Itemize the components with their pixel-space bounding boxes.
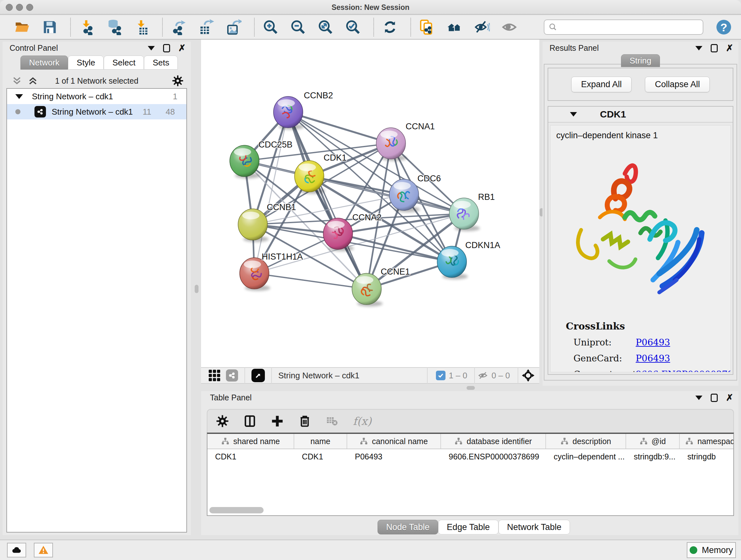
tab-edge-table[interactable]: Edge Table <box>438 520 498 535</box>
column-header--id[interactable]: @id <box>626 434 680 449</box>
results-buttons-row: Expand All Collapse All <box>548 68 733 101</box>
panel-menu-icon[interactable] <box>695 46 702 51</box>
import-network-from-database-button[interactable] <box>105 18 123 36</box>
network-node-HIST1H1A[interactable] <box>240 258 270 291</box>
crosslink-row: Compartments:9606.ENSP00000378699 <box>566 369 731 372</box>
network-canvas[interactable]: CCNB2CCNA1CDC25BCDK1CDC6RB1CCNB1CCNA2CDK… <box>201 40 539 367</box>
toolbar-separator <box>254 18 255 37</box>
cloud-status-button[interactable] <box>7 543 26 557</box>
network-node-CCNA2[interactable] <box>323 218 354 251</box>
birds-eye-toggle-icon[interactable] <box>522 369 535 382</box>
column-header-canonical-name[interactable]: canonical name <box>347 434 441 449</box>
bottom-splitter-handle[interactable] <box>467 386 475 390</box>
help-button[interactable]: ? <box>716 19 732 36</box>
close-panel-icon[interactable]: ✗ <box>726 44 733 52</box>
horizontal-scrollbar-thumb[interactable] <box>209 507 264 513</box>
network-node-CCNE1[interactable] <box>352 273 383 307</box>
node-label-CCNB2: CCNB2 <box>304 91 333 100</box>
tab-network[interactable]: Network <box>20 56 68 70</box>
show-all-button[interactable] <box>500 18 518 36</box>
show-columns-icon[interactable] <box>243 415 257 428</box>
search-input[interactable] <box>544 19 703 35</box>
close-panel-icon[interactable]: ✗ <box>179 44 186 52</box>
results-panel: Results Panel ✗ String Expand All Collap… <box>542 42 738 386</box>
zoom-in-button[interactable] <box>262 18 280 36</box>
column-header-name[interactable]: name <box>294 434 347 449</box>
network-node-CDC25B[interactable] <box>230 145 260 179</box>
save-session-button[interactable] <box>41 18 59 36</box>
gear-icon[interactable] <box>172 75 184 87</box>
column-header-namespace[interactable]: namespace <box>680 434 733 449</box>
column-header-description[interactable]: description <box>546 434 626 449</box>
tab-select[interactable]: Select <box>104 56 144 70</box>
node-table: shared namenamecanonical namedatabase id… <box>207 433 734 516</box>
float-panel-icon[interactable] <box>163 44 170 52</box>
memory-button[interactable]: Memory <box>687 542 736 558</box>
network-node-CDC6[interactable] <box>389 179 420 212</box>
apply-layout-button[interactable] <box>381 18 399 36</box>
network-node-CDK1[interactable] <box>294 161 325 194</box>
network-collection-row[interactable]: String Network – cdk1 1 <box>7 89 186 104</box>
table-toolbar: f(x) <box>207 409 734 433</box>
panel-menu-icon[interactable] <box>695 395 702 400</box>
network-row[interactable]: String Network – cdk1 11 48 <box>7 104 186 119</box>
crosslink-link[interactable]: P06493 <box>636 337 670 348</box>
tree-expand-icon[interactable] <box>15 94 23 99</box>
collection-label: String Network – cdk1 <box>32 91 113 102</box>
export-image-button[interactable] <box>225 18 243 36</box>
network-node-CCNA1[interactable] <box>376 128 407 161</box>
import-network-button[interactable] <box>78 18 96 36</box>
zoom-in-icon <box>263 19 279 35</box>
zoom-out-button[interactable] <box>289 18 307 36</box>
gene-section-header[interactable]: CDK1 <box>548 107 733 123</box>
left-splitter-handle[interactable] <box>195 285 199 293</box>
panel-menu-icon[interactable] <box>148 46 155 51</box>
crosslink-link[interactable]: P06493 <box>636 353 670 364</box>
network-edges[interactable] <box>245 112 464 289</box>
float-panel-icon[interactable] <box>711 44 718 52</box>
network-node-RB1[interactable] <box>449 198 480 231</box>
export-network-button[interactable] <box>170 18 188 36</box>
status-bar: Memory <box>0 540 741 560</box>
warnings-button[interactable] <box>34 543 53 557</box>
expand-all-button[interactable]: Expand All <box>571 77 632 92</box>
zoom-fit-button[interactable] <box>317 18 334 36</box>
column-header-database-identifier[interactable]: database identifier <box>441 434 546 449</box>
collapse-all-button[interactable]: Collapse All <box>645 77 710 92</box>
column-header-shared-name[interactable]: shared name <box>207 434 294 449</box>
add-column-icon[interactable] <box>271 415 284 428</box>
table-settings-gear-icon[interactable] <box>216 415 229 428</box>
tab-node-table[interactable]: Node Table <box>378 520 438 535</box>
grid-view-icon[interactable] <box>209 370 220 381</box>
crosslink-row: GeneCard:P06493 <box>566 353 731 364</box>
selected-nodes-checkbox[interactable] <box>436 371 446 380</box>
network-overview-icon[interactable] <box>226 369 238 381</box>
tab-style[interactable]: Style <box>68 56 104 70</box>
table-row[interactable]: CDK1CDK1P064939606.ENSP00000378699cyclin… <box>207 449 733 464</box>
zoom-selected-button[interactable] <box>344 18 362 36</box>
shared-column-icon <box>685 437 693 445</box>
copy-network-button[interactable] <box>418 18 436 36</box>
hide-selected-button[interactable] <box>473 18 491 36</box>
crosslink-label: GeneCard: <box>574 353 636 364</box>
import-table-button[interactable] <box>133 18 151 36</box>
open-in-window-icon[interactable] <box>252 369 265 382</box>
close-panel-icon[interactable]: ✗ <box>726 394 733 402</box>
copy-documents-icon <box>419 19 435 35</box>
network-node-CDKN1A[interactable] <box>437 246 468 279</box>
export-network-icon <box>171 19 187 35</box>
collapse-section-icon[interactable] <box>570 112 577 117</box>
tab-sets[interactable]: Sets <box>144 56 178 70</box>
network-title: String Network – cdk1 <box>278 371 359 381</box>
delete-column-icon[interactable] <box>298 415 312 428</box>
export-table-button[interactable] <box>197 18 215 36</box>
home-button[interactable] <box>446 18 463 36</box>
open-session-button[interactable] <box>13 18 31 36</box>
float-panel-icon[interactable] <box>711 394 718 402</box>
shared-column-icon <box>639 437 648 445</box>
control-panel: Control Panel ✗ NetworkStyleSelectSets 1… <box>3 42 191 535</box>
tab-string[interactable]: String <box>621 54 660 67</box>
crosslink-link[interactable]: 9606.ENSP00000378699 <box>636 369 731 372</box>
tab-network-table[interactable]: Network Table <box>498 520 570 535</box>
toolbar-separator <box>410 18 411 37</box>
